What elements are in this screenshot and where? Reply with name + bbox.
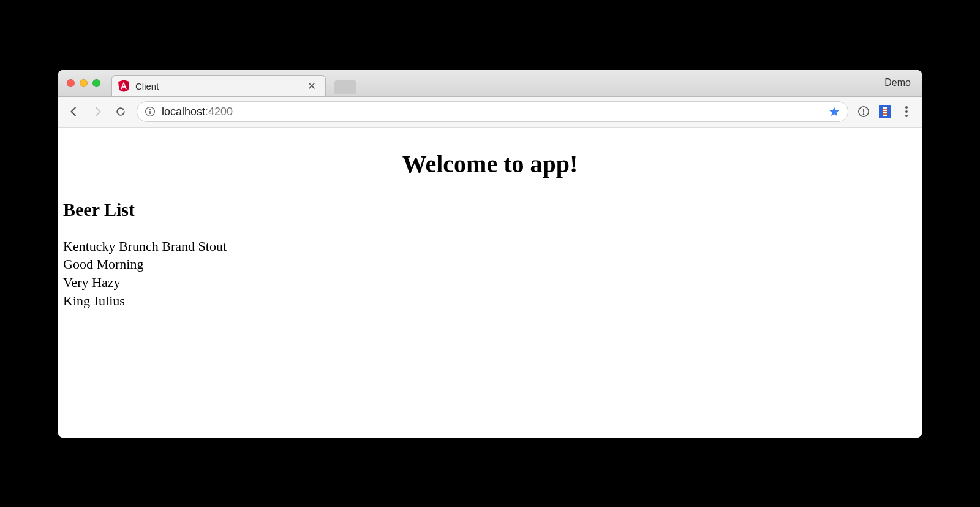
tab-title: Client bbox=[135, 81, 302, 91]
kebab-menu-icon[interactable] bbox=[900, 106, 913, 117]
reload-button[interactable] bbox=[113, 104, 128, 119]
address-bar[interactable]: localhost:4200 bbox=[137, 101, 848, 122]
back-button[interactable] bbox=[67, 104, 81, 119]
titlebar: Client Demo bbox=[58, 70, 922, 97]
svg-point-7 bbox=[863, 113, 864, 115]
window-zoom-button[interactable] bbox=[92, 79, 100, 87]
window-minimize-button[interactable] bbox=[80, 79, 88, 87]
forward-button[interactable] bbox=[90, 104, 105, 119]
beer-list: Kentucky Brunch Brand Stout Good Morning… bbox=[63, 237, 917, 310]
tab-close-button[interactable] bbox=[308, 82, 319, 90]
window-close-button[interactable] bbox=[67, 79, 75, 87]
list-item: Kentucky Brunch Brand Stout bbox=[63, 237, 917, 256]
browser-toolbar: localhost:4200 bbox=[58, 97, 922, 128]
list-item: King Julius bbox=[63, 292, 917, 310]
titlebar-right-label: Demo bbox=[884, 77, 914, 88]
list-item: Very Hazy bbox=[63, 273, 917, 292]
svg-rect-4 bbox=[149, 111, 151, 114]
new-tab-button[interactable] bbox=[334, 80, 356, 94]
url-host: localhost bbox=[162, 105, 205, 118]
url-text: localhost:4200 bbox=[162, 105, 822, 118]
window-controls bbox=[67, 79, 100, 87]
angular-icon bbox=[118, 80, 129, 92]
svg-marker-1 bbox=[124, 80, 129, 92]
svg-rect-6 bbox=[863, 109, 864, 112]
svg-point-3 bbox=[149, 109, 151, 110]
section-title: Beer List bbox=[63, 199, 917, 220]
url-port: :4200 bbox=[205, 105, 233, 118]
page-viewport: Welcome to app! Beer List Kentucky Brunc… bbox=[58, 128, 922, 438]
circled-info-icon[interactable] bbox=[857, 105, 870, 118]
bookmark-star-icon[interactable] bbox=[828, 105, 840, 118]
lighthouse-icon[interactable] bbox=[879, 105, 891, 118]
browser-window: Client Demo localhost:4200 bbox=[58, 70, 922, 438]
site-info-icon[interactable] bbox=[145, 106, 156, 117]
browser-tab[interactable]: Client bbox=[111, 75, 326, 96]
list-item: Good Morning bbox=[63, 255, 917, 273]
page-title: Welcome to app! bbox=[63, 150, 917, 178]
